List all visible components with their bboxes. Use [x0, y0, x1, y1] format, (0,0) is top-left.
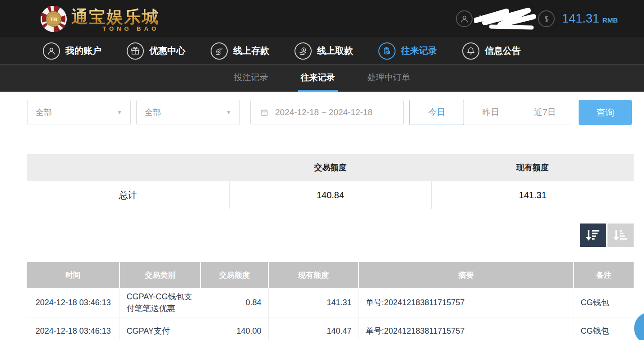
- date-range-input[interactable]: 2024-12-18 ~ 2024-12-18: [250, 100, 404, 125]
- cell-category: CGPAY-CG钱包支付笔笔送优惠: [120, 288, 201, 317]
- floating-service-button[interactable]: [634, 312, 644, 340]
- summary-header-transaction: 交易额度: [229, 154, 431, 181]
- last7days-button[interactable]: 近7日: [518, 100, 572, 125]
- nav-item-records[interactable]: 往来记录: [378, 42, 437, 60]
- summary-header-empty: [27, 154, 229, 181]
- cell-note: CG钱包: [574, 317, 634, 340]
- withdraw-hand-coin-icon: [294, 42, 312, 60]
- balance-currency: RMB: [603, 16, 618, 24]
- col-header-amount: 交易额度: [201, 262, 268, 288]
- transaction-type-select[interactable]: 全部 ▼: [27, 100, 131, 125]
- today-button[interactable]: 今日: [409, 100, 464, 125]
- nav-item-promotions[interactable]: 优惠中心: [127, 42, 185, 60]
- dollar-coin-icon: [538, 10, 555, 27]
- cell-time: 2024-12-18 03:46:13: [27, 317, 120, 340]
- chevron-down-icon: ▼: [226, 109, 231, 116]
- col-header-note: 备注: [574, 262, 634, 288]
- chevron-down-icon: ▼: [117, 109, 122, 116]
- sort-ascending-button[interactable]: [607, 224, 634, 247]
- records-clipboard-clock-icon: [378, 42, 396, 60]
- summary-table: 交易额度 现有额度 总计 140.84 141.31: [27, 154, 634, 209]
- table-row: 2024-12-18 03:46:13 CGPAY-CG钱包支付笔笔送优惠 0.…: [27, 288, 634, 317]
- col-header-balance: 现有额度: [268, 262, 359, 288]
- main-nav: 我的账户 优惠中心 线上存款: [0, 37, 644, 65]
- yesterday-button[interactable]: 昨日: [464, 100, 518, 125]
- deposit-hand-coin-icon: [211, 42, 228, 60]
- date-range-value: 2024-12-18 ~ 2024-12-18: [275, 107, 373, 117]
- brand-logo[interactable]: TB 通宝娱乐城 TONG BAO: [40, 5, 159, 33]
- summary-balance-total: 141.31: [431, 181, 634, 209]
- cell-time: 2024-12-18 03:46:13: [27, 288, 120, 317]
- cell-summary: 单号:202412183811715757: [359, 288, 574, 317]
- cell-note: CG钱包: [574, 288, 634, 317]
- nav-item-my-account[interactable]: 我的账户: [43, 42, 101, 60]
- nav-item-deposit[interactable]: 线上存款: [211, 42, 269, 60]
- tab-pending-orders[interactable]: 处理中订单: [365, 65, 413, 92]
- table-row: 2024-12-18 03:46:13 CGPAY支付 140.00 140.4…: [27, 317, 634, 340]
- balance-amount: 141.31: [562, 12, 599, 26]
- account-balance[interactable]: 141.31 RMB: [538, 10, 618, 27]
- cell-balance: 140.47: [268, 317, 359, 340]
- top-bar: TB 通宝娱乐城 TONG BAO bc7325: [0, 0, 644, 37]
- summary-header-balance: 现有额度: [432, 154, 634, 181]
- summary-total-label: 总计: [27, 181, 229, 209]
- cell-amount: 0.84: [201, 288, 268, 317]
- col-header-time: 时间: [27, 262, 120, 288]
- username-text: bc7325: [479, 14, 511, 24]
- table-header-row: 时间 交易类别 交易额度 现有额度 摘要 备注: [27, 262, 634, 288]
- user-icon: [456, 10, 473, 27]
- casino-chip-icon: TB: [40, 5, 68, 33]
- tab-transaction-records[interactable]: 往来记录: [298, 65, 338, 92]
- cell-balance: 141.31: [268, 288, 359, 317]
- gift-icon: [127, 42, 144, 60]
- sort-descending-button[interactable]: [580, 224, 606, 247]
- transactions-table: 时间 交易类别 交易额度 现有额度 摘要 备注 2024-12-18 03:46…: [27, 262, 634, 340]
- cell-summary: 单号:202412183811715757: [359, 317, 574, 340]
- cell-amount: 140.00: [201, 317, 268, 340]
- transaction-category-select[interactable]: 全部 ▼: [136, 100, 240, 125]
- sort-controls: [27, 224, 634, 247]
- user-icon: [43, 42, 60, 60]
- account-username[interactable]: bc7325: [456, 10, 511, 27]
- tab-betting-records[interactable]: 投注记录: [231, 65, 271, 92]
- chip-badge-text: TB: [50, 16, 57, 22]
- col-header-summary: 摘要: [359, 262, 574, 288]
- bell-icon: [462, 42, 479, 60]
- records-tab-bar: 投注记录 往来记录 处理中订单: [0, 65, 644, 92]
- filter-row: 全部 ▼ 全部 ▼ 2024-12-18 ~ 2024-12-18 今日 昨日 …: [27, 100, 634, 125]
- nav-item-withdraw[interactable]: 线上取款: [294, 42, 353, 60]
- nav-item-announcements[interactable]: 信息公告: [462, 42, 521, 60]
- cell-category: CGPAY支付: [120, 317, 201, 340]
- summary-transaction-total: 140.84: [229, 181, 432, 209]
- calendar-icon: [260, 108, 269, 117]
- search-button[interactable]: 查询: [579, 100, 632, 125]
- col-header-category: 交易类别: [120, 262, 201, 288]
- quick-date-group: 今日 昨日 近7日: [409, 100, 572, 125]
